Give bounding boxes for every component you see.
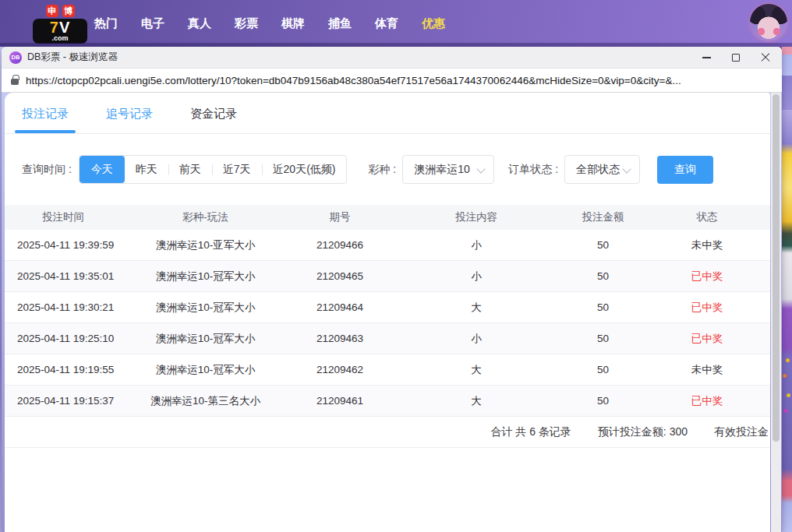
column-header: 期号 bbox=[289, 210, 391, 224]
site-header: 申 博 7V .com 热门电子真人彩票棋牌捕鱼体育优惠 bbox=[0, 0, 792, 47]
cell-issue: 21209465 bbox=[289, 270, 391, 282]
cell-bet-content: 小 bbox=[391, 270, 562, 284]
time-option[interactable]: 前天 bbox=[168, 156, 212, 183]
cell-bet-time: 2025-04-11 19:35:01 bbox=[5, 270, 122, 282]
lottery-page: 投注记录追号记录资金记录 查询时间 : 今天昨天前天近7天近20天(低频) 彩种… bbox=[2, 93, 782, 532]
cell-bet-content: 小 bbox=[391, 332, 562, 346]
records-card: 投注记录追号记录资金记录 查询时间 : 今天昨天前天近7天近20天(低频) 彩种… bbox=[5, 93, 770, 532]
browser-window: DB DB彩票 - 极速浏览器 https://ctopcp02pcali.ue… bbox=[2, 47, 782, 532]
window-title: DB彩票 - 极速浏览器 bbox=[27, 51, 118, 64]
logo-brand-text: 7V bbox=[36, 19, 84, 35]
screen: 申 博 7V .com 热门电子真人彩票棋牌捕鱼体育优惠 DB DB彩票 - 极… bbox=[0, 0, 792, 532]
cell-bet-time: 2025-04-11 19:30:21 bbox=[5, 301, 122, 313]
address-bar[interactable]: https://ctopcp02pcali.uengi5e.com/lotter… bbox=[2, 69, 782, 93]
table-row: 2025-04-11 19:19:55澳洲幸运10-冠军大小21209462大5… bbox=[5, 354, 770, 386]
order-status-label: 订单状态 : bbox=[508, 163, 558, 177]
time-option[interactable]: 近7天 bbox=[212, 156, 262, 183]
cell-game-play: 澳洲幸运10-冠军大小 bbox=[122, 363, 289, 377]
nav-item[interactable]: 热门 bbox=[83, 0, 129, 47]
nav-item[interactable]: 真人 bbox=[176, 0, 223, 47]
nav-item[interactable]: 体育 bbox=[363, 0, 410, 47]
cell-bet-amount: 50 bbox=[562, 270, 644, 282]
cell-bet-amount: 50 bbox=[562, 395, 644, 407]
column-header: 投注内容 bbox=[391, 210, 562, 224]
nav-item[interactable]: 棋牌 bbox=[270, 0, 316, 47]
scrollbar-thumb[interactable] bbox=[773, 94, 780, 442]
minimize-icon bbox=[702, 57, 711, 58]
cell-bet-time: 2025-04-11 19:15:37 bbox=[5, 395, 122, 407]
app-icon: DB bbox=[9, 51, 22, 64]
cell-game-play: 澳洲幸运10-冠军大小 bbox=[122, 301, 289, 315]
close-button[interactable] bbox=[751, 47, 780, 68]
table-row: 2025-04-11 19:35:01澳洲幸运10-冠军大小21209465小5… bbox=[5, 261, 770, 292]
time-option[interactable]: 昨天 bbox=[125, 156, 168, 183]
cell-issue: 21209461 bbox=[289, 395, 391, 407]
table-row: 2025-04-11 19:39:59澳洲幸运10-亚军大小21209466小5… bbox=[5, 230, 770, 261]
column-header: 投注金额 bbox=[562, 210, 644, 224]
cell-status: 未中奖 bbox=[644, 238, 770, 252]
column-header: 彩种-玩法 bbox=[122, 210, 289, 224]
cell-issue: 21209462 bbox=[289, 364, 391, 375]
brand-logo[interactable]: 申 博 7V .com bbox=[33, 5, 87, 44]
cell-issue: 21209466 bbox=[289, 239, 391, 251]
decor-dot bbox=[783, 409, 787, 413]
time-filter-label: 查询时间 : bbox=[22, 163, 72, 177]
cell-bet-amount: 50 bbox=[562, 364, 644, 375]
cell-bet-content: 大 bbox=[391, 301, 562, 315]
lottery-select[interactable]: 澳洲幸运10 bbox=[402, 155, 494, 184]
filter-bar: 查询时间 : 今天昨天前天近7天近20天(低频) 彩种 : 澳洲幸运10 订单状… bbox=[5, 155, 770, 184]
query-button[interactable]: 查询 bbox=[657, 156, 713, 184]
cell-bet-content: 大 bbox=[391, 394, 562, 408]
table-summary-row: 合计 共 6 条记录 预计投注金额: 300 有效投注金 bbox=[5, 417, 770, 448]
logo-suffix: .com bbox=[36, 35, 84, 42]
summary-total-records: 合计 共 6 条记录 bbox=[490, 425, 571, 439]
time-option[interactable]: 今天 bbox=[80, 156, 125, 183]
cell-bet-amount: 50 bbox=[562, 333, 644, 344]
minimize-button[interactable] bbox=[691, 47, 721, 68]
summary-expected-amount: 预计投注金额: 300 bbox=[598, 425, 688, 439]
record-tabs: 投注记录追号记录资金记录 bbox=[5, 93, 770, 134]
cell-status: 未中奖 bbox=[644, 363, 770, 377]
decor-dot bbox=[787, 393, 790, 397]
order-status-value: 全部状态 bbox=[576, 163, 620, 177]
cell-bet-time: 2025-04-11 19:39:59 bbox=[5, 239, 122, 251]
cell-status: 已中奖 bbox=[644, 301, 770, 315]
logo-badges: 申 博 bbox=[33, 5, 87, 17]
cell-status: 已中奖 bbox=[644, 270, 770, 284]
page-scrollbar[interactable] bbox=[771, 93, 781, 532]
order-status-select[interactable]: 全部状态 bbox=[564, 155, 640, 184]
close-icon bbox=[761, 53, 770, 62]
cell-bet-time: 2025-04-11 19:25:10 bbox=[5, 333, 122, 344]
tab[interactable]: 追号记录 bbox=[106, 93, 153, 133]
cell-game-play: 澳洲幸运10-冠军大小 bbox=[122, 270, 289, 284]
logo-badge-left: 申 bbox=[46, 5, 58, 17]
maximize-icon bbox=[732, 54, 740, 62]
cell-bet-content: 小 bbox=[391, 238, 562, 252]
maximize-button[interactable] bbox=[721, 47, 751, 68]
cell-bet-time: 2025-04-11 19:19:55 bbox=[5, 364, 122, 375]
time-option[interactable]: 近20天(低频) bbox=[262, 156, 347, 183]
url-text[interactable]: https://ctopcp02pcali.uengi5e.com/lotter… bbox=[26, 75, 681, 86]
nav-item[interactable]: 电子 bbox=[129, 0, 176, 47]
user-avatar[interactable] bbox=[750, 4, 787, 41]
cell-issue: 21209464 bbox=[289, 301, 391, 313]
main-nav: 热门电子真人彩票棋牌捕鱼体育优惠 bbox=[83, 0, 457, 47]
column-header: 状态 bbox=[644, 210, 770, 224]
nav-item[interactable]: 彩票 bbox=[223, 0, 270, 47]
lottery-filter-label: 彩种 : bbox=[368, 163, 396, 177]
summary-valid-amount: 有效投注金 bbox=[714, 425, 769, 439]
nav-item[interactable]: 捕鱼 bbox=[316, 0, 363, 47]
table-header-row: 投注时间彩种-玩法期号投注内容投注金额状态 bbox=[5, 205, 770, 230]
cell-status: 已中奖 bbox=[644, 332, 770, 346]
tab[interactable]: 投注记录 bbox=[22, 93, 69, 133]
cell-status: 已中奖 bbox=[644, 394, 770, 408]
lottery-select-value: 澳洲幸运10 bbox=[414, 163, 470, 177]
browser-titlebar[interactable]: DB DB彩票 - 极速浏览器 bbox=[2, 47, 782, 69]
tab[interactable]: 资金记录 bbox=[190, 93, 237, 133]
column-header: 投注时间 bbox=[5, 210, 122, 224]
decor-dot bbox=[783, 374, 787, 378]
window-controls bbox=[691, 47, 780, 68]
cell-bet-amount: 50 bbox=[562, 239, 644, 251]
nav-item[interactable]: 优惠 bbox=[410, 0, 457, 47]
time-filter-group: 今天昨天前天近7天近20天(低频) bbox=[79, 155, 348, 184]
